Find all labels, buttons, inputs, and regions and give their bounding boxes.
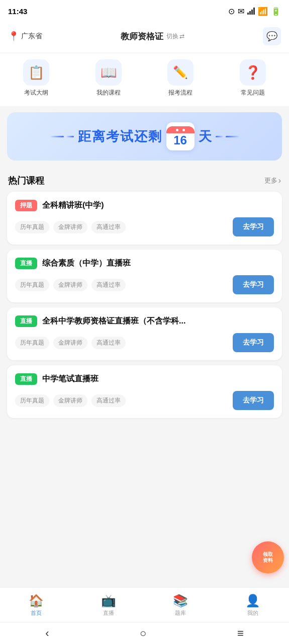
calendar-badge: 16 — [166, 122, 195, 150]
course-3-tag-0: 历年真题 — [15, 337, 49, 349]
course-2-tag-2: 高通过率 — [91, 279, 126, 291]
faq-icon: ❓ — [240, 59, 266, 86]
registration-label: 报考流程 — [168, 89, 192, 97]
nav-mine[interactable]: 👤 我的 — [237, 592, 268, 619]
float-resource-button[interactable]: 领取 资料 — [252, 541, 284, 574]
banner-suffix: 天 — [199, 128, 212, 145]
calendar-top — [166, 126, 195, 133]
course-card-1: 押题 全科精讲班(中学) 历年真题 金牌讲师 高通过率 去学习 — [7, 192, 282, 245]
course-4-study-btn[interactable]: 去学习 — [233, 391, 274, 410]
course-4-tag-0: 历年真题 — [15, 394, 49, 407]
course-3-tag: 直播 — [15, 315, 37, 327]
course-4-tag-2: 高通过率 — [91, 394, 126, 407]
nav-live[interactable]: 📺 直播 — [93, 592, 124, 619]
countdown-banner: 距离考试还剩 16 天 — [7, 112, 282, 160]
course-1-tag-1: 金牌讲师 — [53, 221, 87, 233]
course-list: 押题 全科精讲班(中学) 历年真题 金牌讲师 高通过率 去学习 直播 综合素质（… — [0, 192, 289, 418]
mail-icon: ✉ — [238, 7, 244, 16]
menu-button[interactable]: ≡ — [225, 623, 256, 644]
right-dash — [216, 136, 240, 137]
header: 📍 广东省 教师资格证 切换 ⇄ 💬 — [0, 22, 289, 52]
dash-line-left — [50, 136, 64, 137]
course-4-title: 中学笔试直播班 — [42, 374, 274, 384]
course-card-2-bottom: 历年真题 金牌讲师 高通过率 去学习 — [15, 275, 274, 294]
status-bar: 11:43 ⊙ ✉ 📶 🔋 — [0, 0, 289, 22]
float-btn-line1: 领取 — [263, 551, 273, 557]
bottom-nav: 🏠 首页 📺 直播 📚 题库 👤 我的 — [0, 587, 289, 622]
course-1-tags: 历年真题 金牌讲师 高通过率 — [15, 221, 126, 233]
course-1-title: 全科精讲班(中学) — [42, 200, 274, 211]
course-card-3-top: 直播 全科中学教师资格证直播班（不含学科... — [15, 315, 274, 327]
course-1-tag-2: 高通过率 — [91, 221, 126, 233]
course-card-4-top: 直播 中学笔试直播班 — [15, 373, 274, 385]
calendar-dot-left — [176, 129, 178, 131]
nav-my-course[interactable]: 📖 我的课程 — [95, 59, 122, 97]
course-4-tags: 历年真题 金牌讲师 高通过率 — [15, 394, 126, 407]
my-course-label: 我的课程 — [97, 89, 121, 97]
course-card-2-top: 直播 综合素质（中学）直播班 — [15, 258, 274, 269]
status-icons: ⊙ ✉ 📶 🔋 — [228, 7, 281, 16]
home-button[interactable]: ○ — [128, 623, 158, 644]
hot-courses-header: 热门课程 更多 › — [0, 167, 289, 192]
nav-registration[interactable]: ✏️ 报考流程 — [167, 59, 194, 97]
home-icon: 🏠 — [29, 594, 44, 608]
course-2-title: 综合素质（中学）直播班 — [42, 258, 274, 269]
course-2-tags: 历年真题 金牌讲师 高通过率 — [15, 279, 126, 291]
course-3-study-btn[interactable]: 去学习 — [233, 333, 274, 352]
course-3-tag-2: 高通过率 — [91, 337, 126, 349]
course-3-tags: 历年真题 金牌讲师 高通过率 — [15, 337, 126, 349]
course-1-study-btn[interactable]: 去学习 — [233, 217, 274, 236]
dash-line-left2 — [66, 136, 74, 137]
course-card-1-bottom: 历年真题 金牌讲师 高通过率 去学习 — [15, 217, 274, 236]
nav-home[interactable]: 🏠 首页 — [21, 592, 52, 619]
course-4-tag: 直播 — [15, 373, 37, 385]
app-title: 教师资格证 — [121, 31, 163, 42]
left-dash — [50, 136, 74, 137]
message-button[interactable]: 💬 — [263, 27, 281, 45]
more-link[interactable]: 更多 › — [264, 176, 281, 185]
battery-icon: 🔋 — [271, 7, 281, 16]
float-btn-line2: 资料 — [263, 557, 273, 564]
location-area[interactable]: 📍 广东省 — [8, 31, 42, 42]
my-course-icon: 📖 — [95, 59, 122, 86]
nav-faq[interactable]: ❓ 常见问题 — [240, 59, 266, 97]
question-icon: ⊙ — [228, 7, 235, 16]
nav-home-label: 首页 — [31, 609, 42, 617]
exam-outline-icon: 📋 — [23, 59, 49, 86]
dash-line-right — [226, 136, 240, 137]
banner-prefix: 距离考试还剩 — [78, 128, 162, 145]
back-button[interactable]: ‹ — [33, 623, 61, 644]
course-2-study-btn[interactable]: 去学习 — [233, 275, 274, 294]
course-card-4-bottom: 历年真题 金牌讲师 高通过率 去学习 — [15, 391, 274, 410]
course-card-1-top: 押题 全科精讲班(中学) — [15, 200, 274, 211]
course-1-tag-0: 历年真题 — [15, 221, 49, 233]
status-time: 11:43 — [8, 7, 27, 16]
quick-nav: 📋 考试大纲 📖 我的课程 ✏️ 报考流程 ❓ 常见问题 — [0, 53, 289, 106]
course-2-tag-0: 历年真题 — [15, 279, 49, 291]
gesture-bar: ‹ ○ ≡ — [0, 622, 289, 644]
calendar-dot-right — [182, 129, 185, 131]
nav-question-bank[interactable]: 📚 题库 — [165, 592, 196, 619]
location-pin-icon: 📍 — [8, 31, 19, 42]
course-card-3: 直播 全科中学教师资格证直播班（不含学科... 历年真题 金牌讲师 高通过率 去… — [7, 307, 282, 360]
course-card-3-bottom: 历年真题 金牌讲师 高通过率 去学习 — [15, 333, 274, 352]
exam-outline-label: 考试大纲 — [24, 89, 48, 97]
switch-button[interactable]: 切换 ⇄ — [166, 32, 184, 41]
more-label: 更多 — [264, 176, 277, 185]
course-2-tag-1: 金牌讲师 — [53, 279, 87, 291]
live-icon: 📺 — [101, 594, 116, 608]
switch-icon: ⇄ — [179, 33, 184, 40]
registration-icon: ✏️ — [167, 59, 194, 86]
nav-exam-outline[interactable]: 📋 考试大纲 — [23, 59, 49, 97]
mine-icon: 👤 — [245, 594, 260, 608]
course-1-tag: 押题 — [15, 200, 37, 211]
more-arrow-icon: › — [278, 176, 281, 185]
course-card-4: 直播 中学笔试直播班 历年真题 金牌讲师 高通过率 去学习 — [7, 365, 282, 418]
faq-label: 常见问题 — [241, 89, 265, 97]
course-3-tag-1: 金牌讲师 — [53, 337, 87, 349]
course-card-2: 直播 综合素质（中学）直播班 历年真题 金牌讲师 高通过率 去学习 — [7, 250, 282, 302]
course-2-tag: 直播 — [15, 258, 37, 269]
signal-icon: 📶 — [258, 7, 268, 16]
dash-line-right2 — [216, 136, 224, 137]
nav-live-label: 直播 — [103, 609, 114, 617]
